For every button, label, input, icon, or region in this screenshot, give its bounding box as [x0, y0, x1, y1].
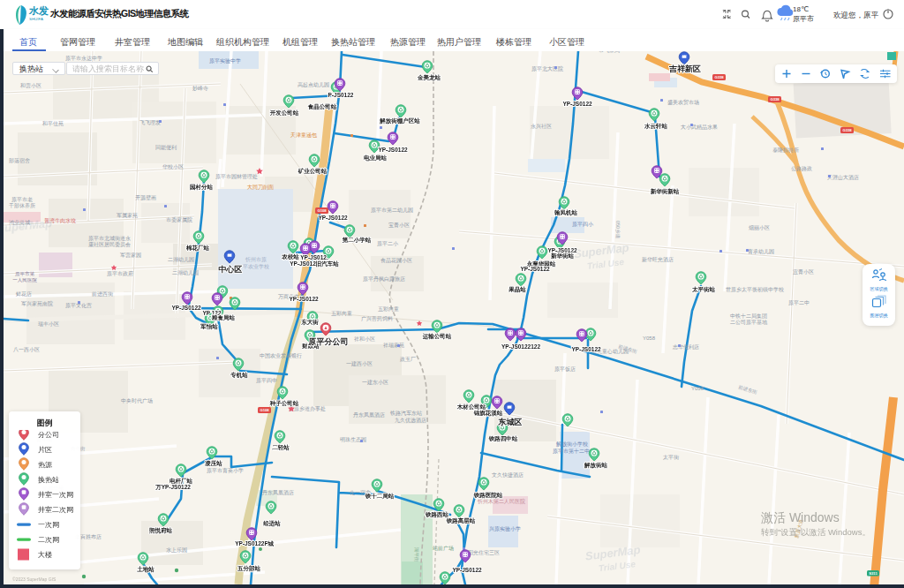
svg-text:原平北大医院: 原平北大医院: [531, 65, 563, 72]
svg-text:土地站: 土地站: [137, 566, 154, 573]
svg-text:水上乐园: 水上乐园: [166, 547, 187, 554]
svg-text:铁路西站: 铁路西站: [425, 511, 449, 518]
svg-text:二湖幼儿园: 二湖幼儿园: [172, 270, 199, 276]
svg-text:丹东凤凰酒店: 丹东凤凰酒店: [353, 411, 385, 418]
svg-text:前进西街: 前进西街: [91, 291, 114, 298]
svg-text:华校小区: 华校小区: [162, 163, 184, 170]
svg-text:换热站: 换热站: [38, 476, 59, 484]
svg-text:井室一次网: 井室一次网: [38, 491, 73, 499]
svg-text:片区: 片区: [38, 446, 52, 454]
svg-text:平农业学校: 平农业学校: [243, 263, 269, 269]
svg-text:转到"设置"以激活 Windows。: 转到"设置"以激活 Windows。: [761, 527, 870, 537]
svg-text:原平市园林管理处: 原平市园林管理处: [215, 173, 258, 180]
svg-text:果品站: 果品站: [508, 286, 526, 293]
svg-text:一次网: 一次网: [38, 521, 59, 529]
svg-text:S311: S311: [869, 571, 878, 576]
svg-text:专机站: 专机站: [230, 372, 248, 379]
svg-text:文久快捷酒店: 文久快捷酒店: [492, 471, 524, 479]
svg-text:Y058: Y058: [643, 335, 656, 341]
svg-text:育承幼儿园: 育承幼儿园: [748, 248, 774, 255]
svg-text:一建东小区: 一建东小区: [362, 379, 388, 386]
svg-text:八一西小区: 八一西小区: [13, 346, 40, 353]
svg-text:种子公司站: 种子公司站: [269, 400, 299, 407]
svg-text:井室二次网: 井室二次网: [38, 506, 73, 514]
svg-text:新原乡道办事处: 新原乡道办事处: [289, 405, 326, 412]
svg-text:军营家园: 军营家园: [120, 252, 141, 259]
svg-text:YP-JS012旧汽车站: YP-JS012旧汽车站: [290, 260, 339, 268]
svg-text:经适站: 经适站: [262, 520, 281, 527]
svg-text:一人民医院: 一人民医院: [12, 277, 37, 283]
svg-text:大同刀削面: 大同刀削面: [247, 184, 274, 191]
svg-text:阳光住宅三区: 阳光住宅三区: [468, 549, 500, 556]
svg-text:忻州木第二人民医院: 忻州木第二人民医院: [477, 498, 525, 505]
svg-text:原平市第: 原平市第: [15, 271, 35, 276]
svg-text:YP-JS0122: YP-JS0122: [378, 147, 408, 153]
svg-text:原平实验中学: 原平实验中学: [209, 57, 241, 64]
svg-text:原平饭店: 原平饭店: [554, 366, 576, 373]
svg-text:农校站: 农校站: [281, 253, 299, 260]
svg-text:吉祥新区: 吉祥新区: [668, 64, 701, 73]
svg-text:天涯山大酒店: 天涯山大酒店: [827, 174, 859, 181]
svg-text:照悦府站: 照悦府站: [149, 527, 173, 534]
svg-text:矿业公司站: 矿业公司站: [298, 168, 328, 175]
svg-text:原平丹枫白露旅店: 原平丹枫白露旅店: [363, 275, 405, 283]
svg-text:中心区: 中心区: [219, 265, 243, 274]
svg-text:东大街: 东大街: [300, 319, 319, 326]
svg-text:原平市第二幼儿园: 原平市第二幼儿园: [371, 207, 413, 214]
svg-text:军兴家苑南院: 军兴家苑南院: [21, 300, 53, 307]
svg-text:大小武精品水果: 大小武精品水果: [681, 124, 718, 131]
svg-text:YP-JS012.: YP-JS012.: [300, 254, 328, 260]
svg-text:大楼: 大楼: [38, 551, 52, 559]
svg-text:原平市北城街道永: 原平市北城街道永: [88, 235, 131, 242]
svg-text:干部休养所: 干部休养所: [8, 202, 35, 209]
svg-text:YP-JS0122: YP-JS0122: [520, 266, 550, 272]
svg-text:G108: G108: [260, 408, 269, 412]
svg-text:YP-JS0122: YP-JS0122: [171, 305, 201, 311]
svg-text:G338: G338: [842, 128, 852, 132]
svg-text:Y058: Y058: [691, 386, 704, 391]
svg-text:天津童涵包: 天津童涵包: [290, 132, 317, 138]
svg-text:飞飞理发: 飞飞理发: [139, 119, 161, 125]
svg-text:政玉厂: 政玉厂: [400, 356, 416, 362]
svg-text:铁路医院站: 铁路医院站: [473, 492, 503, 499]
svg-text:原平四中: 原平四中: [256, 377, 277, 384]
svg-text:开源壁画: 开源壁画: [135, 194, 156, 201]
svg-text:YP-JS0122122: YP-JS0122122: [501, 343, 540, 350]
svg-text:中铁十二局集团: 中铁十二局集团: [730, 313, 767, 320]
svg-text:P-JS0122: P-JS0122: [328, 92, 354, 98]
svg-text:广兴善药饲料: 广兴善药饲料: [361, 315, 393, 322]
svg-text:中国农业发展银行: 中国农业发展银行: [260, 352, 302, 359]
svg-text:©2023 SuperMap GIS: ©2023 SuperMap GIS: [12, 577, 56, 582]
svg-text:G108: G108: [317, 208, 327, 213]
svg-text:新华街新站: 新华街新站: [651, 188, 680, 195]
svg-text:原平二中: 原平二中: [788, 299, 810, 305]
svg-text:热源: 热源: [38, 461, 53, 469]
svg-text:金美龙站: 金美龙站: [417, 74, 441, 81]
svg-text:军怡站: 军怡站: [200, 323, 218, 330]
svg-text:宝青小区: 宝青小区: [388, 222, 410, 228]
svg-text:瑞丰小区: 瑞丰小区: [38, 320, 59, 327]
svg-text:解放街棚户区站: 解放街棚户区站: [379, 117, 420, 124]
svg-text:原平市育英小学: 原平市育英小学: [207, 467, 244, 474]
svg-text:YP-JS0122: YP-JS0122: [289, 296, 319, 302]
svg-text:万YP-JS0122: 万YP-JS0122: [154, 484, 191, 491]
svg-text:二公司原平基地: 二公司原平基地: [730, 319, 768, 325]
svg-text:开发公司站: 开发公司站: [269, 109, 299, 117]
svg-text:军属家苑: 军属家苑: [117, 212, 138, 219]
svg-text:G338: G338: [770, 97, 780, 102]
svg-text:水发: 水发: [28, 5, 49, 16]
svg-text:原平四小: 原平四小: [572, 221, 594, 228]
svg-text:一建西小区: 一建西小区: [346, 360, 373, 367]
svg-text:YP-JS0122: YP-JS0122: [318, 215, 348, 221]
svg-text:YP-JS0122: YP-JS0122: [571, 346, 601, 352]
svg-text:泰隆招待所: 泰隆招待所: [772, 147, 799, 154]
svg-text:永兴社区: 永兴社区: [531, 123, 552, 129]
svg-text:二湖幼儿园: 二湖幼儿园: [168, 257, 194, 263]
svg-text:原平市政府: 原平市政府: [107, 270, 133, 276]
svg-text:宜青小区: 宜青小区: [793, 268, 814, 275]
svg-text:太平街: 太平街: [663, 454, 680, 461]
svg-text:太平街站: 太平街站: [691, 286, 716, 293]
svg-text:水云轩站: 水云轩站: [644, 123, 668, 130]
svg-text:园村分站: 园村分站: [190, 184, 214, 191]
svg-text:丹东凤凰酒店: 丹东凤凰酒店: [262, 489, 294, 496]
